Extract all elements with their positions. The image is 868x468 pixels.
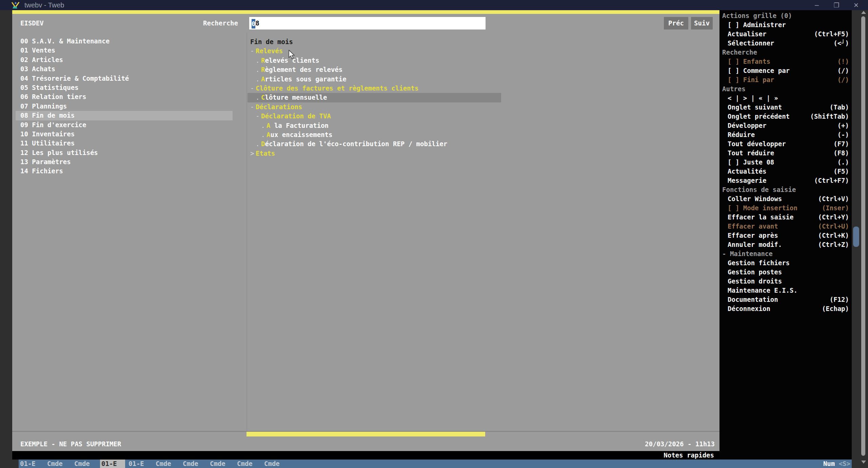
scroll-up-icon[interactable] (861, 11, 866, 14)
panel-action[interactable]: Gestion droits (719, 277, 852, 286)
tree-expand-icon[interactable]: - (250, 46, 256, 56)
tree-item[interactable]: -Déclaration de TVA (248, 112, 501, 121)
tree-item-label: éclaration de l'éco-contribution REP / m… (265, 140, 447, 148)
left-menu: 00 S.A.V. & Maintenance01 Ventes02 Artic… (12, 32, 246, 176)
taskbar-tab[interactable]: Cmde (181, 460, 209, 468)
tree-expand-icon[interactable]: - (256, 112, 261, 121)
panel-action[interactable]: Sélectionner(<┘) (719, 39, 852, 48)
panel-action[interactable]: Déconnexion(Echap) (719, 304, 852, 313)
panel-action[interactable]: Réduire(-) (719, 130, 852, 139)
previous-button[interactable]: Préc (664, 17, 688, 30)
panel-action[interactable]: Documentation(F12) (719, 295, 852, 304)
menu-item[interactable]: 10 Inventaires (16, 130, 233, 139)
menu-item[interactable]: 01 Ventes (16, 46, 233, 55)
menu-item[interactable]: 09 Fin d'exercice (16, 120, 233, 130)
panel-action[interactable]: [ ] Commence par(/) (719, 66, 852, 75)
tree-expand-icon[interactable]: . (256, 93, 261, 102)
panel-action-label: Réduire (728, 130, 755, 139)
panel-action[interactable]: [ ] Administrer (719, 20, 852, 30)
panel-action[interactable]: Coller Windows(Ctrl+V) (719, 194, 852, 203)
tree-expand-icon[interactable]: - (250, 102, 256, 112)
panel-action[interactable]: Onglet suivant(Tab) (719, 103, 852, 112)
taskbar-tab[interactable]: 01-E (127, 460, 154, 468)
taskbar-tab[interactable]: Cmde (46, 460, 73, 468)
taskbar-tab[interactable]: Cmde (73, 460, 100, 468)
tree-item[interactable]: .Relevés clients (248, 56, 501, 65)
tree-item[interactable]: -Déclarations (248, 102, 501, 112)
menu-item[interactable]: 07 Plannings (16, 102, 233, 111)
tree-item-label: Relevés (256, 47, 283, 55)
tree-item-accelerator: A (261, 75, 265, 83)
tree-expand-icon[interactable]: . (261, 130, 267, 139)
taskbar-tab[interactable]: Cmde (209, 460, 236, 468)
panel-action[interactable]: Onglet précédent(ShiftTab) (719, 112, 852, 121)
menu-item[interactable]: 08 Fin de mois (16, 111, 233, 120)
tree-item[interactable]: -Clôture des factures et règlements clie… (248, 84, 501, 93)
tree-expand-icon[interactable]: . (256, 139, 261, 149)
panel-action[interactable]: Gestion fichiers (719, 258, 852, 268)
close-button[interactable]: ✕ (846, 0, 866, 10)
taskbar-tab[interactable]: Cmde (154, 460, 181, 468)
panel-action-shortcut: (F7) (833, 139, 849, 149)
tree-expand-icon[interactable]: . (261, 121, 267, 130)
panel-action[interactable]: Effacer la saisie(Ctrl+Y) (719, 213, 852, 222)
menu-item[interactable]: 02 Articles (16, 55, 233, 64)
panel-action[interactable]: Gestion postes (719, 268, 852, 277)
panel-action-shortcut: (ShiftTab) (810, 112, 849, 121)
tree-item[interactable]: .Règlement des relevés (248, 65, 501, 74)
tree-item[interactable]: .Clôture mensuelle (248, 93, 501, 102)
tree-item[interactable]: .Aux encaissements (248, 130, 501, 139)
tree-expand-icon[interactable]: . (256, 65, 261, 74)
panel-action[interactable]: Actualités(F5) (719, 167, 852, 176)
taskbar-tab[interactable]: 01-E (19, 460, 46, 468)
search-input[interactable]: 08 (249, 17, 486, 30)
taskbar-tab[interactable]: Cmde (236, 460, 263, 468)
taskbar-tab[interactable]: 01-E (100, 460, 125, 468)
panel-action[interactable]: Développer(+) (719, 121, 852, 130)
panel-action[interactable]: Annuler modif.(Ctrl+Z) (719, 240, 852, 249)
bottom-accent-stripe (246, 432, 485, 436)
panel-action[interactable]: Actualiser(Ctrl+F5) (719, 30, 852, 39)
restore-button[interactable]: ❐ (827, 0, 846, 10)
tree-expand-icon[interactable]: - (250, 84, 256, 93)
minimize-button[interactable]: − (807, 0, 827, 10)
panel-section-header: Recherche (719, 48, 852, 57)
tree-item[interactable]: .Articles sous garantie (248, 75, 501, 84)
tree-expand-icon[interactable]: . (256, 56, 261, 65)
panel-action[interactable]: Messagerie(Ctrl+F7) (719, 176, 852, 185)
menu-item[interactable]: 14 Fichiers (16, 167, 233, 176)
panel-action[interactable]: [ ] Juste 08(.) (719, 158, 852, 167)
panel-action[interactable]: Tout développer(F7) (719, 139, 852, 149)
menu-item[interactable]: 05 Statistiques (16, 83, 233, 92)
panel-action-shortcut: (+) (837, 121, 849, 130)
menu-item[interactable]: 00 S.A.V. & Maintenance (16, 37, 233, 46)
tree-expand-icon[interactable]: . (256, 75, 261, 84)
status-message: EXEMPLE - NE PAS SUPPRIMER (20, 437, 121, 451)
scrollbar-thumb[interactable] (853, 227, 859, 247)
tree-expand-icon[interactable]: > (250, 149, 256, 158)
scroll-down-icon[interactable] (861, 461, 866, 464)
panel-section-header: - Maintenance (719, 249, 852, 258)
menu-item[interactable]: 13 Paramètres (16, 157, 233, 167)
panel-action[interactable]: < | > | « | » (719, 94, 852, 103)
panel-action[interactable]: Effacer après(Ctrl+K) (719, 231, 852, 240)
tree-item[interactable]: >Etats (248, 149, 501, 158)
tree-item[interactable]: .Déclaration de l'éco-contribution REP /… (248, 139, 501, 149)
panel-action-shortcut: (Ctrl+F5) (814, 30, 849, 39)
panel-action[interactable]: Maintenance E.I.S. (719, 286, 852, 295)
panel-action[interactable]: Tout réduire(F8) (719, 149, 852, 158)
menu-item[interactable]: 06 Relation tiers (16, 92, 233, 101)
menu-item[interactable]: 12 Les plus utilisés (16, 148, 233, 157)
scrollbar-strip[interactable] (861, 16, 865, 456)
tree-item-accelerator: A (267, 131, 270, 138)
keyboard-status: Num <S> (807, 460, 850, 468)
tree-item[interactable]: .A la Facturation (248, 121, 501, 130)
menu-item[interactable]: 03 Achats (16, 64, 233, 74)
menu-item[interactable]: 11 Utilitaires (16, 139, 233, 148)
taskbar-tab[interactable]: Cmde (263, 460, 290, 468)
menu-item[interactable]: 04 Trésorerie & Comptabilité (16, 74, 233, 83)
panel-action-shortcut: (Ctrl+Y) (818, 213, 849, 222)
next-button[interactable]: Suiv (691, 17, 713, 30)
quick-notes-label[interactable]: Notes rapides (664, 451, 714, 460)
tree-item[interactable]: -Relevés (248, 46, 501, 56)
